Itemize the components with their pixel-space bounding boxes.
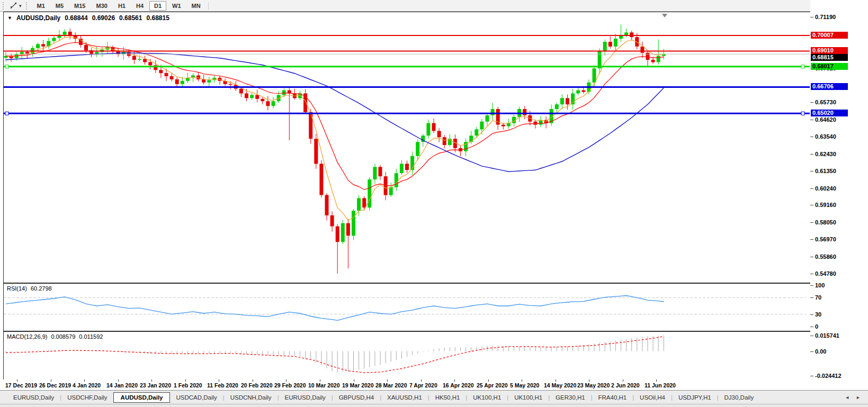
chart-symbol-label: AUDUSD,Daily [16,14,60,22]
timeframe-button-m15[interactable]: M15 [69,1,90,11]
date-label: 29 Feb 2020 [274,382,306,388]
tab-audusd-daily[interactable]: AUDUSD,Daily [113,392,171,403]
tab-ger30-h1[interactable]: GER30,H1 [550,393,591,402]
date-label: 1 Feb 2020 [174,382,202,388]
date-label: 20 Feb 2020 [241,382,273,388]
chart-title: ▼ AUDUSD,Daily 0.68844 0.69026 0.68561 0… [7,14,169,22]
price-level-badge: 0.70007 [811,32,848,39]
date-label: 23 Jan 2020 [140,382,171,388]
price-tick-label-tick [810,120,813,120]
tab-fra40-h1[interactable]: FRA40,H1 [593,393,633,402]
rsi-tick-label-tick [810,314,813,315]
tab-usdcad-daily[interactable]: USDCAD,Daily [170,393,222,402]
date-tick [556,379,556,382]
rsi-tick-label: 30 [815,311,821,318]
rsi-name: RSI(14) [7,285,27,292]
rsi-label: RSI(14) 60.2798 [7,285,52,292]
date-label: 10 Mar 2020 [308,382,340,388]
tab-usdchf-daily[interactable]: USDCHF,Daily [61,393,113,402]
scroll-tabs-left-icon[interactable]: ◄ [845,395,849,400]
price-tick-label-tick [810,239,813,240]
price-tick-label-tick [810,17,813,17]
rsi-tick-label-tick [810,285,813,286]
price-tick-label-tick [810,102,813,103]
price-level-badge: 0.65020 [811,110,848,116]
ohlc-high: 0.69026 [92,14,115,22]
price-tick-label-tick [810,188,813,189]
macd-tick-label: 0.00 [815,348,826,355]
date-tick [185,379,186,382]
date-tick [488,379,489,382]
price-tick-label: 0.55860 [815,254,836,260]
main-chart-canvas[interactable] [4,12,810,282]
timeframe-button-m1[interactable]: M1 [32,1,50,11]
tab-usoil-h4[interactable]: USOil,H4 [634,393,671,402]
date-label: 25 Apr 2020 [477,382,508,388]
price-tick-label: 0.64620 [815,116,836,123]
date-tick [623,379,623,382]
date-tick [253,379,253,382]
price-tick-label-tick [810,274,813,274]
date-label: 19 Mar 2020 [342,382,374,388]
rsi-tick-label-tick [810,297,813,298]
price-tick-label-tick [810,257,813,257]
date-tick [589,379,589,382]
price-tick-label-tick [810,171,813,171]
macd-tick-label-tick [810,376,813,376]
date-label: 4 Jan 2020 [73,382,101,388]
date-tick [118,379,119,382]
date-tick [421,379,422,382]
price-tick-label: 0.56970 [815,236,836,242]
price-tick-label-tick [810,137,813,137]
date-label: 11 Jun 2020 [645,382,676,388]
tab-uk100-h1[interactable]: UK100,H1 [508,393,548,402]
timeframe-button-w1[interactable]: W1 [167,1,186,11]
price-tick-label-tick [810,154,813,155]
collapse-triangle-icon[interactable]: ▼ [7,15,12,21]
timeframe-button-h4[interactable]: H4 [131,1,148,11]
tab-xauusd-h1[interactable]: XAUUSD,H1 [381,393,428,402]
date-tick [84,379,85,382]
date-tick [51,379,51,382]
tab-dj30-daily[interactable]: DJ30,Daily [719,393,760,402]
status-bar-edge [0,404,868,407]
tab-gbpusd-h4[interactable]: GBPUSD,H4 [333,393,380,402]
date-tick [286,379,287,382]
rsi-canvas[interactable] [4,284,810,330]
macd-label: MACD(12,26,9) 0.008579 0.011592 [7,333,103,340]
tab-usdjpy-h1[interactable]: USDJPY,H1 [673,393,717,402]
tab-usdcnh-daily[interactable]: USDCNH,Daily [225,393,278,402]
toolbar-grip[interactable] [26,2,29,10]
timeframe-button-m5[interactable]: M5 [51,1,68,11]
scroll-tabs-right-icon[interactable]: ► [856,395,861,400]
toolbar-grip[interactable] [3,2,6,10]
timeframe-toolbar: ▾ M1M5M15M30H1H4D1W1MN [0,0,868,12]
date-label: 11 Feb 2020 [207,382,238,388]
date-label: 16 Apr 2020 [443,382,474,388]
timeframe-button-d1[interactable]: D1 [149,1,166,11]
rsi-value: 60.2798 [31,285,52,292]
tab-eurusd-daily[interactable]: EURUSD,Daily [279,393,331,402]
dropdown-caret-icon[interactable]: ▾ [19,3,22,8]
price-tick-label-tick [810,222,813,223]
price-tick-label: 0.54780 [815,270,836,277]
date-tick [320,379,320,382]
main-chart-window: ▼ AUDUSD,Daily 0.68844 0.69026 0.68561 0… [3,12,811,283]
price-tick-label: 0.61350 [815,168,836,174]
tab-hk50-h1[interactable]: HK50,H1 [429,393,466,402]
date-label: 26 Dec 2019 [39,382,71,388]
price-tick-label: 0.62430 [815,151,836,157]
macd-tick-label-tick [810,351,813,352]
date-label: 17 Dec 2019 [5,382,37,388]
timeframe-button-m30[interactable]: M30 [92,1,112,11]
line-studies-icon[interactable] [8,2,19,10]
timeframe-button-mn[interactable]: MN [187,1,205,11]
price-tick-label: 0.58050 [815,219,836,225]
date-axis: 17 Dec 201926 Dec 20194 Jan 202014 Jan 2… [3,379,810,390]
macd-indicator-window: MACD(12,26,9) 0.008579 0.011592 [3,331,811,380]
tab-uk100-h1[interactable]: UK100,H1 [467,393,507,402]
macd-canvas[interactable] [4,332,810,378]
timeframe-button-h1[interactable]: H1 [113,1,130,11]
tab-eurusd-daily[interactable]: EURUSD,Daily [7,393,60,402]
date-tick [17,379,17,382]
